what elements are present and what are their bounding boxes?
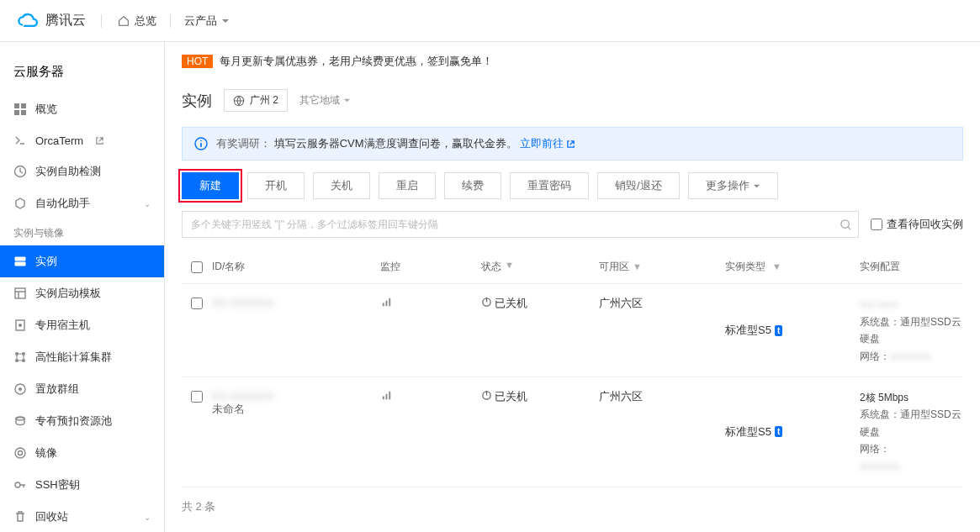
external-link-icon	[566, 140, 575, 149]
cell-name[interactable]: ins-xxxxxxxx	[212, 296, 380, 365]
other-region-selector[interactable]: 其它地域	[299, 93, 351, 108]
sidebar-item-instances[interactable]: 实例	[0, 245, 164, 277]
select-all-checkbox[interactable]	[191, 261, 203, 273]
sidebar-item-ssh-keys[interactable]: SSH密钥	[0, 469, 164, 501]
sidebar-item-placement-group[interactable]: 置放群组	[0, 373, 164, 405]
notice-prefix: 有奖调研：	[216, 137, 271, 150]
svg-point-12	[19, 451, 23, 456]
row-checkbox[interactable]	[191, 391, 203, 403]
renew-button[interactable]: 续费	[444, 172, 501, 199]
table-header: ID/名称 监控 状态▼ 可用区▼ 实例类型▼ 实例配置	[182, 250, 963, 284]
notice-text: 填写云服务器CVM满意度调查问卷，赢取代金券。	[274, 137, 517, 150]
chevron-down-icon	[753, 182, 760, 190]
bars-icon	[380, 296, 393, 308]
cell-name[interactable]: ins-xxxxxxxx 未命名	[212, 389, 380, 475]
create-button[interactable]: 新建	[182, 172, 239, 199]
terminal-icon	[13, 134, 27, 147]
cell-zone: 广州六区	[599, 389, 725, 475]
type-badge-icon: t	[775, 426, 782, 437]
pool-icon	[13, 414, 27, 428]
instance-table: ID/名称 监控 状态▼ 可用区▼ 实例类型▼ 实例配置 ins-xxxxxxx…	[182, 250, 963, 526]
sidebar-item-images[interactable]: 镜像	[0, 437, 164, 469]
table-footer: 共 2 条	[182, 487, 963, 526]
svg-rect-1	[15, 288, 25, 298]
row-checkbox[interactable]	[191, 298, 203, 309]
more-actions-button[interactable]: 更多操作	[688, 172, 778, 199]
search-box	[182, 211, 859, 238]
table-row: ins-xxxxxxxx 未命名 已关机 广州六区 标准型S5 t 2核 5Mb…	[182, 377, 963, 487]
title-row: 实例 广州 2 其它地域	[182, 81, 963, 127]
sidebar-item-overview[interactable]: 概览	[0, 93, 164, 125]
cell-zone: 广州六区	[599, 296, 725, 365]
cell-monitor[interactable]	[380, 296, 481, 365]
sidebar-item-hpc-cluster[interactable]: 高性能计算集群	[0, 341, 164, 373]
svg-point-16	[840, 219, 848, 227]
svg-point-11	[15, 448, 25, 458]
type-badge-icon: t	[775, 325, 782, 336]
automation-icon	[13, 197, 27, 210]
key-icon	[13, 478, 27, 492]
filter-icon[interactable]: ▼	[633, 261, 642, 271]
restart-button[interactable]: 重启	[379, 172, 436, 199]
cell-spec: xxx xxxx 系统盘：通用型SSD云硬盘 网络：xxxxxxxx	[860, 296, 963, 365]
chevron-down-icon: ⌄	[144, 199, 151, 208]
svg-point-10	[16, 417, 24, 420]
region-selector[interactable]: 广州 2	[224, 89, 288, 112]
chevron-down-icon	[343, 97, 351, 104]
external-link-icon	[95, 136, 104, 145]
col-header-status[interactable]: 状态▼	[481, 260, 599, 274]
sidebar-item-automation[interactable]: 自动化助手 ⌄	[0, 187, 164, 219]
host-icon	[13, 319, 27, 332]
bars-icon	[380, 389, 393, 402]
filter-icon[interactable]: ▼	[772, 261, 781, 271]
reset-password-button[interactable]: 重置密码	[510, 172, 589, 199]
grid-icon	[13, 103, 27, 116]
info-icon	[194, 137, 208, 150]
sidebar-item-launch-template[interactable]: 实例启动模板	[0, 277, 164, 309]
page-title: 实例	[182, 91, 212, 111]
sidebar-item-orcaterm[interactable]: OrcaTerm	[0, 125, 164, 155]
destroy-button[interactable]: 销毁/退还	[597, 172, 680, 199]
image-icon	[13, 446, 27, 460]
main-content: HOT 每月更新专属优惠券，老用户续费更优惠，签到赢免单！ 实例 广州 2 其它…	[165, 42, 980, 532]
view-recycle-checkbox[interactable]: 查看待回收实例	[871, 217, 963, 232]
col-header-zone[interactable]: 可用区▼	[599, 260, 725, 274]
home-icon	[117, 14, 130, 28]
hot-text: 每月更新专属优惠券，老用户续费更优惠，签到赢免单！	[220, 54, 493, 69]
header-products[interactable]: 云产品	[184, 13, 230, 29]
col-header-spec: 实例配置	[860, 258, 963, 275]
check-icon	[13, 165, 27, 178]
search-input[interactable]	[183, 212, 833, 237]
col-header-type[interactable]: 实例类型▼	[725, 260, 860, 274]
stop-button[interactable]: 关机	[313, 172, 370, 199]
header-overview[interactable]: 总览	[117, 13, 156, 29]
col-header-name[interactable]: ID/名称	[212, 260, 380, 274]
hot-tag: HOT	[182, 55, 213, 68]
hot-banner[interactable]: HOT 每月更新专属优惠券，老用户续费更优惠，签到赢免单！	[182, 42, 963, 81]
svg-point-9	[19, 387, 22, 391]
sidebar: 云服务器 概览 OrcaTerm 实例自助检测 自动化助手 ⌄ 实例与镜像 实例…	[0, 42, 165, 532]
recycle-checkbox-input[interactable]	[871, 219, 882, 230]
sidebar-item-reserved-pool[interactable]: 专有预扣资源池	[0, 405, 164, 437]
sidebar-item-recycle-bin[interactable]: 回收站 ⌄	[0, 501, 164, 532]
placement-icon	[13, 382, 27, 396]
sidebar-item-dedicated-host[interactable]: 专用宿主机	[0, 309, 164, 341]
cell-type: 标准型S5 t	[725, 389, 860, 475]
header-sep	[170, 14, 171, 28]
cell-monitor[interactable]	[380, 389, 481, 475]
chevron-down-icon	[221, 17, 230, 25]
svg-point-13	[15, 482, 20, 487]
sidebar-section-label: 实例与镜像	[0, 219, 164, 245]
search-icon[interactable]	[833, 219, 858, 231]
brand-logo[interactable]: 腾讯云	[17, 9, 86, 33]
filter-icon[interactable]: ▼	[505, 260, 514, 274]
cluster-icon	[13, 350, 27, 364]
trash-icon	[13, 510, 27, 524]
notice-link[interactable]: 立即前往	[520, 136, 575, 151]
top-header: 腾讯云 总览 云产品	[0, 0, 980, 42]
globe-icon	[233, 95, 245, 107]
cell-status: 已关机	[481, 389, 599, 475]
start-button[interactable]: 开机	[247, 172, 305, 199]
chevron-down-icon: ⌄	[144, 513, 151, 522]
sidebar-item-selfcheck[interactable]: 实例自助检测	[0, 155, 164, 187]
